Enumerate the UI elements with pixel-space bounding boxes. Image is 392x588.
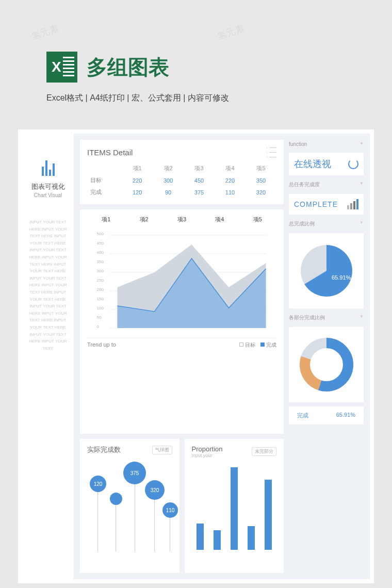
legend-item: 完成 [266, 342, 276, 348]
status-percent: 65.91% [336, 412, 355, 419]
bubble-chart-card: 实际完成数 气球图 120 375 320 [80, 439, 179, 573]
pivot-label: 在线透视 [294, 158, 331, 170]
col-head: 项5 [246, 162, 276, 174]
cell: 220 [215, 174, 246, 186]
donut-chart [298, 336, 355, 393]
main-area: ITEMS Detail 项1 项2 项3 项4 项5 [74, 134, 370, 579]
card-badge: 气球图 [152, 446, 172, 454]
x-label: 项4 [215, 216, 224, 223]
chevron-down-icon: ▼ [360, 181, 364, 188]
row-label: 完成 [87, 186, 122, 198]
svg-text:350: 350 [97, 259, 104, 264]
section-header: 总任务完成度 ▼ [289, 179, 364, 190]
trend-label: Trend up to [87, 341, 116, 349]
section-label: 各部分完成比例 [289, 314, 325, 321]
chevron-down-icon: ▼ [360, 141, 364, 147]
svg-text:250: 250 [97, 278, 104, 283]
col-head: 项2 [153, 162, 184, 174]
area-chart: 500450400 350300250 200150100 500 [87, 227, 276, 336]
section-label: function [289, 141, 307, 147]
donut-card [289, 327, 364, 402]
col-head: 项4 [215, 162, 246, 174]
cell: 350 [246, 174, 276, 186]
cell: 300 [153, 174, 184, 186]
col-head: 项1 [122, 162, 153, 174]
pie-chart: 65.91% [298, 242, 355, 299]
sidebar-title-en: Chart Visual [25, 192, 71, 198]
x-label: 项3 [177, 216, 186, 223]
template-preview: 图表可视化 Chart Visual INPUT YOUR TEXT HERE … [18, 129, 374, 583]
excel-icon [46, 52, 77, 83]
section-label: 总任务完成度 [289, 181, 320, 188]
page-title: 多组图表 [87, 53, 169, 81]
refresh-icon[interactable] [348, 159, 358, 169]
sidebar: 图表可视化 Chart Visual INPUT YOUR TEXT HERE … [22, 134, 74, 579]
svg-text:200: 200 [97, 287, 104, 292]
section-header: 总完成比例 ▼ [289, 219, 364, 229]
page-header: 多组图表 Excel格式 | A4纸打印 | 宏、公式套用 | 内容可修改 [0, 0, 392, 114]
row-label: 目标 [87, 174, 122, 186]
section-header: 各部分完成比例 ▼ [289, 313, 364, 323]
trend-chart-card: 项1 项2 项3 项4 项5 500450400 350300250 20015… [80, 209, 284, 434]
chart-x-labels: 项1 项2 项3 项4 项5 [87, 216, 276, 223]
card-title: Proportion [192, 445, 223, 453]
status-label: 完成 [297, 412, 308, 419]
legend-item: 目标 [245, 342, 255, 348]
proportion-card: Proportion Input your 未完部分 [185, 439, 284, 573]
svg-text:450: 450 [97, 241, 104, 246]
cell: 90 [153, 186, 184, 198]
cell: 375 [184, 186, 215, 198]
mini-bar-icon [347, 199, 358, 209]
card-title: ITEMS Detail [87, 148, 133, 157]
x-label: 项5 [253, 216, 262, 223]
x-label: 项2 [140, 216, 149, 223]
bar-chart [192, 462, 277, 550]
status-card: 完成 65.91% [289, 406, 364, 424]
card-title: 实际完成数 [87, 445, 121, 454]
list-icon [266, 146, 276, 158]
svg-text:100: 100 [97, 306, 104, 311]
svg-text:0: 0 [97, 324, 100, 329]
cell: 320 [246, 186, 276, 198]
chevron-down-icon: ▼ [360, 220, 364, 227]
cell: 120 [122, 186, 153, 198]
chart-icon [42, 159, 55, 176]
svg-text:400: 400 [97, 250, 104, 255]
card-badge: 未完部分 [252, 447, 276, 456]
col-head: 项3 [184, 162, 215, 174]
chevron-down-icon: ▼ [360, 314, 364, 321]
page-subtitle: Excel格式 | A4纸打印 | 宏、公式套用 | 内容可修改 [46, 93, 361, 104]
items-detail-card: ITEMS Detail 项1 项2 项3 项4 项5 [80, 140, 284, 204]
sidebar-title-cn: 图表可视化 [25, 182, 71, 191]
section-label: 总完成比例 [289, 220, 315, 227]
complete-label: COMPLETE [294, 200, 338, 208]
bubble-chart: 120 375 320 110 [87, 459, 172, 551]
svg-text:300: 300 [97, 269, 104, 273]
svg-text:500: 500 [97, 232, 104, 236]
cell: 450 [184, 174, 215, 186]
svg-text:150: 150 [97, 297, 104, 301]
cell: 220 [122, 174, 153, 186]
items-table: 项1 项2 项3 项4 项5 目标 220 300 450 220 [87, 162, 276, 198]
svg-text:50: 50 [97, 315, 102, 320]
pie-card: 65.91% [289, 233, 364, 308]
right-column: function ▼ 在线透视 总任务完成度 ▼ COMPLETE [289, 140, 364, 573]
x-label: 项1 [102, 216, 110, 223]
complete-card: COMPLETE [289, 194, 364, 215]
chart-legend: 目标 完成 [239, 341, 276, 349]
section-header: function ▼ [289, 140, 364, 149]
pie-percent: 65.91% [332, 274, 351, 281]
card-subtitle: Input your [192, 453, 223, 458]
cell: 110 [215, 186, 246, 198]
sidebar-filler-text: INPUT YOUR TEXT HERE INPUT YOUR TEXT HER… [25, 219, 71, 352]
pivot-card[interactable]: 在线透视 [289, 153, 364, 175]
